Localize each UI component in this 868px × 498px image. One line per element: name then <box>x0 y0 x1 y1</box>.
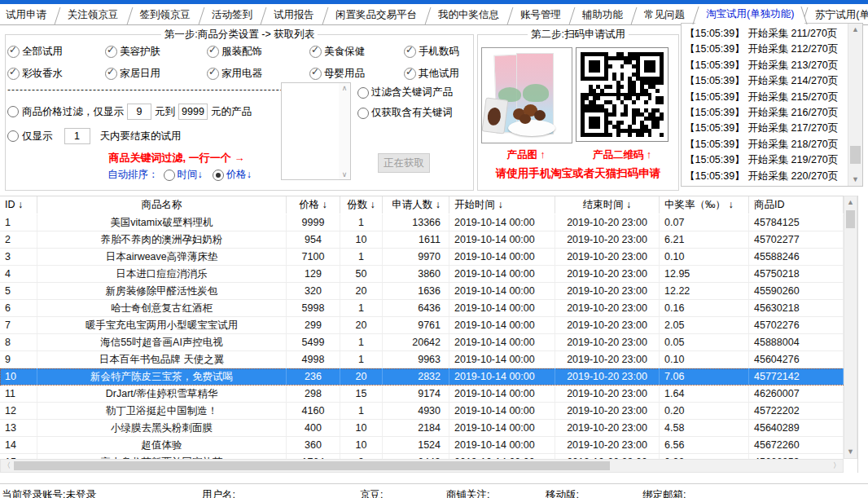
checkbox-checked-icon[interactable] <box>309 68 322 80</box>
category-checkbox-9[interactable]: 母婴用品 <box>309 67 365 81</box>
tab-7[interactable]: 我的中奖信息 <box>427 5 510 24</box>
tab-1[interactable]: 试用申请 <box>0 5 57 24</box>
scroll-left-icon[interactable]: 〈 <box>1 460 13 472</box>
log-scrollbar[interactable]: ▲ ▼ <box>848 24 862 186</box>
tab-5[interactable]: 试用报告 <box>263 5 325 24</box>
tab-4[interactable]: 活动签到 <box>201 5 263 24</box>
cell-end: 2019-10-20 23:00 <box>555 214 660 231</box>
table-row-10[interactable]: 10新会特产陈皮三宝茶，免费试喝2362028322019-10-14 00:0… <box>0 368 844 386</box>
category-checkbox-4[interactable]: 美食保健 <box>309 45 365 59</box>
food-item <box>534 110 546 121</box>
table-horizontal-scrollbar[interactable]: 〈 〉 <box>0 459 844 473</box>
sort-option-1[interactable]: 时间↓ <box>164 168 203 182</box>
keyword-option-2[interactable]: 仅获取含有关键词 <box>357 106 453 120</box>
scroll-right-icon[interactable]: 〉 <box>831 460 843 472</box>
category-checkbox-8[interactable]: 家用电器 <box>207 67 262 81</box>
cell-pid: 45640289 <box>749 420 844 436</box>
category-checkbox-3[interactable]: 服装配饰 <box>207 45 262 59</box>
column-header-price[interactable]: 价格 ↓ <box>287 196 340 214</box>
checkbox-checked-icon[interactable] <box>404 46 416 58</box>
scroll-thumb[interactable] <box>14 461 610 470</box>
column-header-pid[interactable]: 商品ID <box>749 196 844 214</box>
checkbox-checked-icon[interactable] <box>309 46 322 58</box>
fetch-list-button[interactable]: 正在获取 <box>378 153 430 173</box>
step2-title: 第二步:扫码申请试用 <box>528 28 629 42</box>
scroll-down-icon[interactable]: ▼ <box>844 446 857 458</box>
column-header-id[interactable]: ID ↓ <box>0 196 37 214</box>
table-row-14[interactable]: 14超值体验3601015242019-10-14 00:002019-10-2… <box>0 437 844 454</box>
column-header-name[interactable]: 商品名称 <box>37 196 287 214</box>
column-header-rate[interactable]: 中奖率（‰） ↓ <box>660 196 749 214</box>
scroll-down-icon[interactable]: ▼ <box>848 174 862 186</box>
scroll-down-icon[interactable]: ∨ <box>339 170 350 178</box>
textarea-scrollbar[interactable]: ∧ ∨ <box>339 83 350 179</box>
cell-start: 2019-10-14 00:00 <box>449 283 555 299</box>
category-checkbox-10[interactable]: 其他试用 <box>404 67 459 81</box>
category-checkbox-2[interactable]: 美容护肤 <box>105 45 160 59</box>
tab-6[interactable]: 闲置奖品交易平台 <box>325 5 427 24</box>
cell-end: 2019-10-20 23:00 <box>555 249 660 265</box>
category-checkbox-7[interactable]: 家居日用 <box>105 67 160 81</box>
sort-option-label: 价格↓ <box>226 168 252 182</box>
table-vertical-scrollbar[interactable]: ▲ ▼ <box>844 196 857 459</box>
log-line: 【15:05:39】 开始采集 217/270页 <box>685 121 846 136</box>
scroll-up-icon[interactable]: ▲ <box>848 24 862 36</box>
scroll-up-icon[interactable]: ∧ <box>339 84 350 92</box>
checkbox-checked-icon[interactable] <box>105 68 117 80</box>
column-header-end[interactable]: 结束时间 ↓ <box>555 196 660 214</box>
tab-12[interactable]: 苏宁试用(单独功能) <box>804 5 868 24</box>
checkbox-checked-icon[interactable] <box>105 46 117 58</box>
price-min-input[interactable] <box>127 104 151 120</box>
table-row-8[interactable]: 8海信55吋超音画AI声控电视54991206422019-10-14 00:0… <box>0 334 844 351</box>
table-row-2[interactable]: 2养胎不养肉的澳洲孕妇奶粉9541016112019-10-14 00:0020… <box>0 231 844 249</box>
table-row-5[interactable]: 5新房装修除甲醛活性炭包3202016362019-10-14 00:00201… <box>0 283 844 300</box>
scroll-up-icon[interactable]: ▲ <box>844 196 857 209</box>
cell-qty: 1 <box>340 249 383 265</box>
category-checkbox-1[interactable]: 全部试用 <box>7 45 63 59</box>
checkbox-checked-icon[interactable] <box>207 68 219 80</box>
tab-9[interactable]: 辅助功能 <box>572 5 633 24</box>
table-row-1[interactable]: 1美国vitamix破壁料理机99991133662019-10-14 00:0… <box>0 214 844 231</box>
tab-2[interactable]: 关注领京豆 <box>57 5 129 24</box>
sort-option-2[interactable]: 价格↓ <box>213 168 252 182</box>
cell-price: 360 <box>287 437 340 453</box>
cell-end: 2019-10-20 23:00 <box>555 231 660 248</box>
tab-10[interactable]: 常见问题 <box>633 5 695 24</box>
checkbox-checked-icon[interactable] <box>7 46 20 58</box>
tab-3[interactable]: 签到领京豆 <box>129 5 202 24</box>
cell-qty: 10 <box>340 437 383 453</box>
table-row-9[interactable]: 9日本百年书包品牌 天使之翼4998199632019-10-14 00:002… <box>0 351 844 368</box>
scroll-thumb[interactable] <box>846 210 855 228</box>
checkbox-checked-icon[interactable] <box>404 68 416 80</box>
checkbox-checked-icon[interactable] <box>207 46 219 58</box>
radio-icon[interactable] <box>357 87 369 99</box>
radio-icon[interactable] <box>164 170 175 181</box>
days-input[interactable] <box>64 128 90 144</box>
table-row-12[interactable]: 12勒丁卫浴挺起中国制造！4160149302019-10-14 00:0020… <box>0 403 844 420</box>
tab-8[interactable]: 账号管理 <box>510 5 572 24</box>
radio-icon[interactable] <box>213 170 224 181</box>
category-checkbox-6[interactable]: 彩妆香水 <box>7 67 63 81</box>
table-row-13[interactable]: 13小绿膜去黑头粉刺面膜4001021842019-10-14 00:00201… <box>0 420 844 437</box>
price-filter-radio[interactable] <box>7 106 19 117</box>
table-row-3[interactable]: 3日本airweave高弹薄床垫7100199702019-10-14 00:0… <box>0 249 844 266</box>
scroll-thumb[interactable] <box>850 146 861 164</box>
cell-applicants: 13366 <box>383 214 449 231</box>
price-max-input[interactable] <box>178 104 208 120</box>
table-row-6[interactable]: 6哈士奇创意复古红酒柜5998164362019-10-14 00:002019… <box>0 300 844 317</box>
column-header-qty[interactable]: 份数 ↓ <box>340 196 383 214</box>
table-row-7[interactable]: 7暖手宝充电宝两用小型暖宝宝试用2992097612019-10-14 00:0… <box>0 317 844 334</box>
column-header-applicants[interactable]: 申请人数 ↓ <box>383 196 449 214</box>
days-filter-radio[interactable] <box>7 130 19 142</box>
checkbox-checked-icon[interactable] <box>7 68 20 80</box>
table-row-4[interactable]: 4日本进口痘痘消消乐1295038602019-10-14 00:002019-… <box>0 266 844 283</box>
tab-11[interactable]: 淘宝试用(单独功能) <box>695 4 804 24</box>
table-row-11[interactable]: 11DrJart/蒂佳婷积雪草精华2981591742019-10-14 00:… <box>0 386 844 403</box>
radio-icon[interactable] <box>357 108 369 119</box>
keyword-option-1[interactable]: 过滤含关键词产品 <box>357 86 453 99</box>
cell-rate: 12.95 <box>660 266 749 282</box>
cell-rate: 2.05 <box>660 317 749 333</box>
product-image-label: 产品图 ↑ <box>481 148 571 162</box>
category-checkbox-5[interactable]: 手机数码 <box>404 45 459 59</box>
column-header-start[interactable]: 开始时间 ↓ <box>449 196 555 214</box>
